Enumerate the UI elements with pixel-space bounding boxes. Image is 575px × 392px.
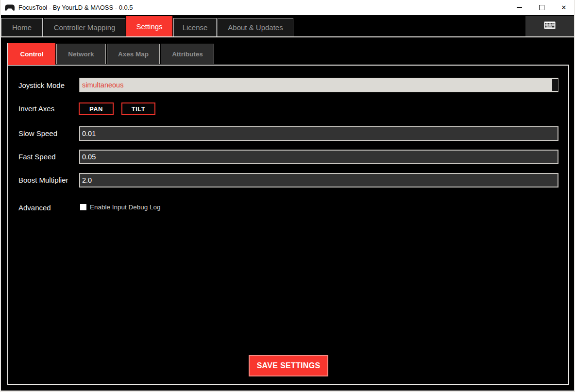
gamepad-icon <box>5 4 15 11</box>
enable-debug-label: Enable Input Debug Log <box>90 204 161 211</box>
tab-controller-mapping[interactable]: Controller Mapping <box>44 18 125 36</box>
keyboard-icon <box>544 21 556 31</box>
maximize-icon[interactable] <box>530 0 553 15</box>
subtab-axes-map-label: Axes Map <box>118 51 149 58</box>
invert-tilt-button[interactable]: TILT <box>121 102 155 115</box>
joystick-mode-label: Joystick Mode <box>18 81 65 89</box>
tab-settings[interactable]: Settings <box>126 16 172 36</box>
control-settings-panel: Joystick Mode simultaneous Invert Axes P… <box>7 65 569 385</box>
invert-tilt-label: TILT <box>132 105 145 113</box>
tab-settings-label: Settings <box>136 22 162 31</box>
window-controls: ✕ <box>508 0 575 15</box>
slow-speed-input[interactable] <box>79 126 558 141</box>
boost-multiplier-label: Boost Multiplier <box>18 176 68 184</box>
subtab-network-label: Network <box>68 51 94 58</box>
fast-speed-input[interactable] <box>79 150 558 164</box>
subtab-attributes[interactable]: Attributes <box>161 44 214 64</box>
subtab-control-label: Control <box>20 51 44 58</box>
tab-home[interactable]: Home <box>1 18 43 36</box>
minimize-icon[interactable] <box>508 0 530 15</box>
keyboard-button[interactable] <box>525 16 574 36</box>
tab-about-updates[interactable]: About & Updates <box>218 18 293 36</box>
app-window: FocusTool - By YourLD & MAOSS - 0.0.5 ✕ … <box>0 0 575 392</box>
save-settings-button[interactable]: SAVE SETTINGS <box>249 355 328 376</box>
titlebar: FocusTool - By YourLD & MAOSS - 0.0.5 ✕ <box>0 0 575 15</box>
boost-multiplier-input[interactable] <box>79 173 558 187</box>
tab-license[interactable]: License <box>173 18 217 36</box>
subtab-attributes-label: Attributes <box>172 51 203 58</box>
joystick-mode-select[interactable]: simultaneous <box>79 78 558 92</box>
dropdown-handle-icon[interactable] <box>551 78 558 92</box>
subtab-network[interactable]: Network <box>56 44 106 64</box>
save-settings-label: SAVE SETTINGS <box>257 361 321 370</box>
tab-license-label: License <box>183 23 208 32</box>
slow-speed-label: Slow Speed <box>18 129 57 137</box>
subtab-axes-map[interactable]: Axes Map <box>107 44 160 64</box>
subtab-control[interactable]: Control <box>8 43 55 65</box>
tab-controller-mapping-label: Controller Mapping <box>54 23 116 32</box>
joystick-mode-value: simultaneous <box>82 78 123 92</box>
invert-axes-label: Invert Axes <box>18 104 54 113</box>
window-title: FocusTool - By YourLD & MAOSS - 0.0.5 <box>18 4 133 11</box>
settings-subtabs: Control Network Axes Map Attributes <box>7 43 214 65</box>
advanced-label: Advanced <box>18 204 51 212</box>
close-icon[interactable]: ✕ <box>553 0 575 15</box>
invert-pan-label: PAN <box>89 105 103 113</box>
tab-home-label: Home <box>12 23 32 32</box>
invert-pan-button[interactable]: PAN <box>79 102 114 115</box>
tab-about-updates-label: About & Updates <box>228 23 283 32</box>
enable-debug-checkbox[interactable] <box>80 204 86 210</box>
fast-speed-label: Fast Speed <box>18 153 56 161</box>
main-nav: Home Controller Mapping Settings License… <box>0 15 575 37</box>
